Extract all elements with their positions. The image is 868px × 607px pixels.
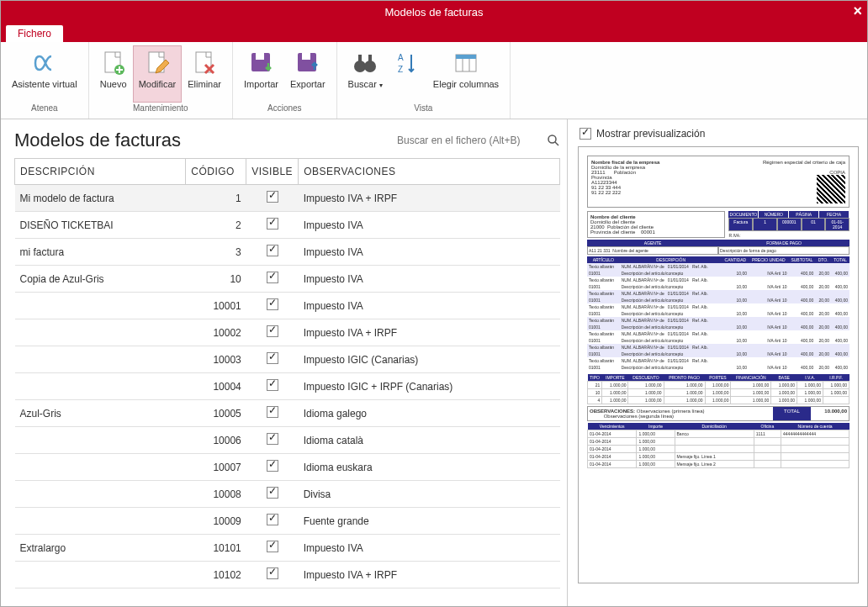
- col-visible[interactable]: VISIBLE: [246, 159, 299, 185]
- checkbox-icon[interactable]: [267, 272, 278, 283]
- invoice-templates-table: DESCRIPCIÓN CÓDIGO VISIBLE OBSERVACIONES…: [14, 158, 560, 589]
- ribbon-button-nuevo[interactable]: Nuevo: [94, 45, 133, 103]
- ribbon-button-modificar[interactable]: Modificar: [133, 45, 183, 103]
- cell-codigo: 10102: [186, 562, 246, 589]
- cell-observaciones: Impuesto IVA + IRPF: [299, 185, 560, 212]
- checkbox-icon[interactable]: [267, 379, 278, 391]
- ribbon-group-label: Vista: [414, 103, 432, 113]
- search-icon[interactable]: [547, 134, 560, 147]
- cell-codigo: 10101: [186, 535, 246, 562]
- show-preview-toggle[interactable]: Mostrar previsualización: [580, 128, 859, 140]
- cell-visible[interactable]: [246, 293, 299, 319]
- svg-rect-17: [456, 55, 476, 59]
- ribbon-group: ImportarExportarAcciones: [233, 42, 337, 119]
- checkbox-icon[interactable]: [267, 567, 278, 579]
- tabstrip: Fichero: [1, 23, 867, 42]
- checkbox-icon[interactable]: [267, 514, 278, 525]
- cell-visible[interactable]: [246, 454, 299, 481]
- table-row[interactable]: 10102Impuesto IVA + IRPF: [15, 562, 560, 589]
- cell-visible[interactable]: [246, 185, 299, 212]
- cell-visible[interactable]: [246, 400, 299, 427]
- cell-visible[interactable]: [246, 427, 299, 454]
- ribbon-button-eliminar[interactable]: Eliminar: [182, 45, 227, 103]
- table-row[interactable]: mi factura3Impuesto IVA: [15, 239, 560, 266]
- cell-descripcion: Copia de Azul-Gris: [15, 266, 186, 293]
- table-row[interactable]: Copia de Azul-Gris10Impuesto IVA: [15, 266, 560, 293]
- ribbon-button-importar[interactable]: Importar: [238, 45, 284, 103]
- checkbox-icon[interactable]: [267, 298, 278, 310]
- cell-observaciones: Impuesto IVA: [299, 212, 560, 239]
- cell-visible[interactable]: [246, 266, 299, 293]
- ribbon-button-elegir-columnas[interactable]: Elegir columnas: [427, 45, 505, 103]
- cell-descripcion: [15, 562, 186, 589]
- cell-descripcion: [15, 293, 186, 319]
- ribbon: Asistente virtualAteneaNuevoModificarEli…: [1, 42, 867, 119]
- cell-observaciones: Impuesto IGIC (Canarias): [299, 346, 560, 373]
- chevron-down-icon: ▾: [379, 82, 383, 89]
- checkbox-icon[interactable]: [267, 325, 278, 337]
- ribbon-button-asistente-virtual[interactable]: Asistente virtual: [6, 45, 83, 103]
- table-row[interactable]: 10003Impuesto IGIC (Canarias): [15, 346, 560, 373]
- table-row[interactable]: 10007Idioma euskara: [15, 454, 560, 481]
- checkbox-icon[interactable]: [267, 218, 278, 230]
- ribbon-button-label: Eliminar: [188, 79, 221, 89]
- col-descripcion[interactable]: DESCRIPCIÓN: [15, 159, 186, 185]
- checkbox-icon[interactable]: [267, 487, 278, 499]
- window-title: Modelos de facturas: [384, 6, 483, 18]
- cell-observaciones: Fuente grande: [299, 508, 560, 535]
- ribbon-group-label: Mantenimiento: [133, 103, 188, 113]
- checkbox-icon[interactable]: [267, 191, 278, 203]
- checkbox-icon[interactable]: [267, 433, 278, 445]
- table-row[interactable]: 10006Idioma català: [15, 427, 560, 454]
- cell-observaciones: Idioma català: [299, 427, 560, 454]
- cell-visible[interactable]: [246, 373, 299, 400]
- table-row[interactable]: 10004Impuesto IGIC + IRPF (Canarias): [15, 373, 560, 400]
- cell-observaciones: Idioma euskara: [299, 454, 560, 481]
- ribbon-button-label: Nuevo: [100, 79, 127, 89]
- cell-observaciones: Impuesto IGIC + IRPF (Canarias): [299, 373, 560, 400]
- table-row[interactable]: DISEÑO TICKETBAI2Impuesto IVA: [15, 212, 560, 239]
- checkbox-icon[interactable]: [267, 352, 278, 364]
- titlebar: Modelos de facturas ×: [1, 1, 867, 23]
- cell-descripcion: Mi modelo de factura: [15, 185, 186, 212]
- table-row[interactable]: 10001Impuesto IVA: [15, 293, 560, 319]
- show-preview-label: Mostrar previsualización: [596, 128, 705, 140]
- cell-codigo: 10004: [186, 373, 246, 400]
- table-row[interactable]: 10002Impuesto IVA + IRPF: [15, 319, 560, 346]
- ribbon-button-label: Elegir columnas: [433, 79, 499, 89]
- ribbon-group: Buscar ▾AZElegir columnasVista: [337, 42, 511, 119]
- cell-visible[interactable]: [246, 239, 299, 266]
- tab-fichero[interactable]: Fichero: [6, 25, 63, 42]
- table-row[interactable]: Azul-Gris10005Idioma galego: [15, 400, 560, 427]
- cell-visible[interactable]: [246, 319, 299, 346]
- ribbon-group: Asistente virtualAtenea: [1, 42, 89, 119]
- cell-descripcion: mi factura: [15, 239, 186, 266]
- ribbon-button-buscar[interactable]: Buscar ▾: [342, 45, 389, 103]
- svg-text:Z: Z: [398, 65, 403, 74]
- checkbox-icon[interactable]: [267, 460, 278, 472]
- col-codigo[interactable]: CÓDIGO: [186, 159, 246, 185]
- checkbox-icon[interactable]: [580, 128, 591, 140]
- ribbon-button-exportar[interactable]: Exportar: [284, 45, 331, 103]
- checkbox-icon[interactable]: [267, 406, 278, 418]
- col-observaciones[interactable]: OBSERVACIONES: [299, 159, 560, 185]
- table-row[interactable]: 10008Divisa: [15, 481, 560, 508]
- close-icon[interactable]: ×: [853, 3, 862, 20]
- cell-visible[interactable]: [246, 535, 299, 562]
- checkbox-icon[interactable]: [267, 245, 278, 256]
- cell-visible[interactable]: [246, 508, 299, 535]
- ribbon-button-sort-icon[interactable]: AZ: [389, 45, 427, 103]
- cell-visible[interactable]: [246, 212, 299, 239]
- table-row[interactable]: Mi modelo de factura1Impuesto IVA + IRPF: [15, 185, 560, 212]
- cell-visible[interactable]: [246, 562, 299, 589]
- page-header: Modelos de facturas: [14, 129, 560, 151]
- svg-line-19: [555, 142, 558, 145]
- search-input[interactable]: [397, 135, 540, 147]
- svg-point-18: [548, 135, 556, 143]
- ribbon-group: NuevoModificarEliminarMantenimiento: [89, 42, 233, 119]
- table-row[interactable]: 10009Fuente grande: [15, 508, 560, 535]
- cell-visible[interactable]: [246, 346, 299, 373]
- checkbox-icon[interactable]: [267, 541, 278, 552]
- cell-visible[interactable]: [246, 481, 299, 508]
- table-row[interactable]: Extralargo10101Impuesto IVA: [15, 535, 560, 562]
